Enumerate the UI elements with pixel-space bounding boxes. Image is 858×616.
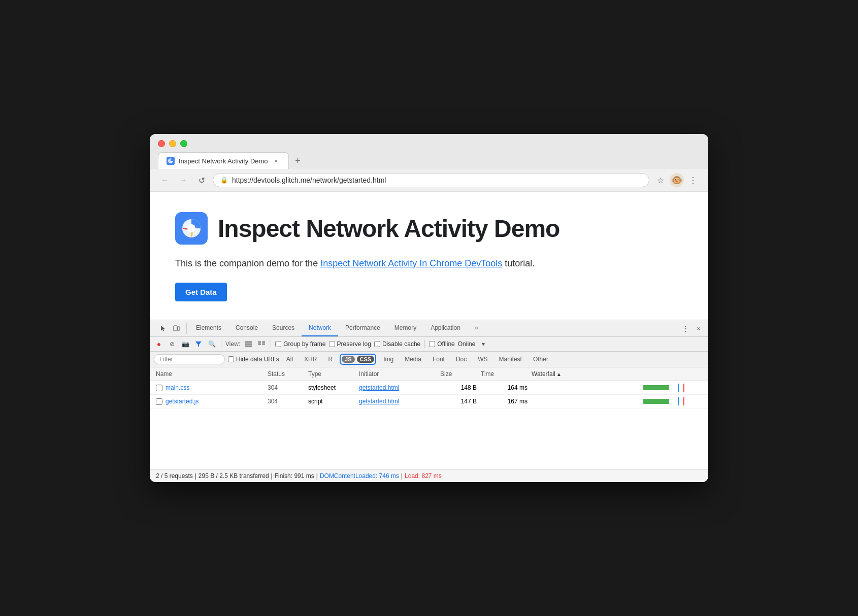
address-input[interactable]: 🔒 https://devtools.glitch.me/network/get… xyxy=(213,173,649,187)
devtools-icons xyxy=(154,323,187,334)
preserve-log-toggle[interactable]: Preserve log xyxy=(329,340,371,348)
filter-img-button[interactable]: Img xyxy=(379,355,398,364)
network-table: Name Status Type Initiator Size Time Wat… xyxy=(150,367,708,469)
forward-button[interactable]: → xyxy=(176,173,190,187)
active-tab[interactable]: Inspect Network Activity Demo × xyxy=(158,152,289,169)
more-options-button[interactable]: ⋮ xyxy=(686,173,700,187)
filter-ws-button[interactable]: WS xyxy=(474,355,491,364)
header-waterfall[interactable]: Waterfall ▲ xyxy=(530,369,704,379)
toolbar-divider-3 xyxy=(424,340,425,348)
profile-avatar[interactable]: 🐵 xyxy=(670,173,684,187)
table-row[interactable]: getstarted.js 304 script getstarted.html… xyxy=(150,395,708,408)
group-by-frame-checkbox[interactable] xyxy=(275,341,281,347)
type-cell: stylesheet xyxy=(306,383,357,392)
header-name[interactable]: Name xyxy=(154,369,266,379)
filter-r-button[interactable]: R xyxy=(324,355,337,364)
page-title: Inspect Network Activity Demo xyxy=(218,215,559,243)
tab-elements[interactable]: Elements xyxy=(189,320,228,336)
filter-other-button[interactable]: Other xyxy=(529,355,552,364)
record-button[interactable]: ● xyxy=(154,339,164,349)
filter-row: Hide data URLs All XHR R JS CSS Img Medi… xyxy=(150,352,708,367)
description-after: tutorial. xyxy=(505,258,535,268)
row-checkbox[interactable] xyxy=(156,398,162,405)
svg-rect-9 xyxy=(262,341,265,343)
online-label: Online xyxy=(458,340,476,348)
transferred-text: 295 B / 2.5 KB transferred xyxy=(199,472,269,480)
header-status[interactable]: Status xyxy=(266,369,306,379)
filter-js-button[interactable]: JS xyxy=(342,356,354,363)
table-row[interactable]: main.css 304 stylesheet getstarted.html … xyxy=(150,381,708,395)
filter-button[interactable] xyxy=(193,339,204,349)
devtools-link[interactable]: Inspect Network Activity In Chrome DevTo… xyxy=(320,258,502,268)
network-toolbar: ● ⊘ 📷 🔍 View: Group by frame Preserv xyxy=(150,337,708,352)
tab-console[interactable]: Console xyxy=(228,320,265,336)
initiator-cell: getstarted.html xyxy=(357,397,438,406)
status-cell: 304 xyxy=(266,383,306,392)
offline-toggle[interactable]: Offline xyxy=(429,340,454,348)
tab-sources[interactable]: Sources xyxy=(265,320,302,336)
preserve-log-checkbox[interactable] xyxy=(329,341,335,347)
filter-font-button[interactable]: Font xyxy=(428,355,449,364)
devtools-more-icon[interactable]: ⋮ xyxy=(680,323,691,334)
detail-view-button[interactable] xyxy=(256,339,267,349)
header-time[interactable]: Time xyxy=(479,369,530,379)
maximize-button[interactable] xyxy=(180,140,187,147)
filter-xhr-button[interactable]: XHR xyxy=(300,355,321,364)
devtools-panel: Elements Console Sources Network Perform… xyxy=(150,320,708,482)
initiator-cell: getstarted.html xyxy=(357,383,438,392)
type-filter-highlight-box: JS CSS xyxy=(340,354,376,365)
filter-css-button[interactable]: CSS xyxy=(357,356,375,363)
initiator-link[interactable]: getstarted.html xyxy=(359,398,399,405)
tab-application[interactable]: Application xyxy=(423,320,468,336)
tab-favicon xyxy=(167,157,175,165)
back-button[interactable]: ← xyxy=(158,173,172,187)
filter-all-button[interactable]: All xyxy=(282,355,297,364)
bookmark-button[interactable]: ☆ xyxy=(653,173,668,187)
list-view-button[interactable] xyxy=(243,339,253,349)
group-by-frame-toggle[interactable]: Group by frame xyxy=(275,340,325,348)
get-data-button[interactable]: Get Data xyxy=(175,283,227,301)
empty-rows xyxy=(150,408,708,469)
hide-data-urls-toggle[interactable]: Hide data URLs xyxy=(228,356,279,363)
new-tab-button[interactable]: + xyxy=(291,154,305,168)
devtools-close-icon[interactable]: × xyxy=(693,323,704,334)
size-cell: 147 B xyxy=(438,397,479,406)
device-icon[interactable] xyxy=(171,323,182,334)
reload-button[interactable]: ↺ xyxy=(194,173,209,187)
tab-network[interactable]: Network xyxy=(302,320,338,336)
search-button[interactable]: 🔍 xyxy=(207,339,217,349)
finish-text: Finish: 991 ms xyxy=(275,472,314,480)
tab-close-button[interactable]: × xyxy=(272,157,280,165)
tab-memory[interactable]: Memory xyxy=(387,320,423,336)
offline-checkbox[interactable] xyxy=(429,341,435,347)
tabs-row: Inspect Network Activity Demo × + xyxy=(158,152,700,169)
dom-content-loaded-link[interactable]: DOMContentLoaded: 746 ms xyxy=(320,472,399,480)
file-link[interactable]: getstarted.js xyxy=(166,398,199,405)
disable-cache-checkbox[interactable] xyxy=(374,341,380,347)
block-requests-button[interactable]: ⊘ xyxy=(167,339,177,349)
minimize-button[interactable] xyxy=(169,140,176,147)
svg-rect-11 xyxy=(262,344,265,345)
address-actions: ☆ 🐵 ⋮ xyxy=(653,173,700,187)
svg-rect-8 xyxy=(258,341,261,343)
disable-cache-toggle[interactable]: Disable cache xyxy=(374,340,420,348)
hide-data-urls-checkbox[interactable] xyxy=(228,356,234,362)
close-button[interactable] xyxy=(158,140,165,147)
tab-more[interactable]: » xyxy=(468,320,485,336)
initiator-link[interactable]: getstarted.html xyxy=(359,384,399,391)
filter-doc-button[interactable]: Doc xyxy=(452,355,471,364)
header-size[interactable]: Size xyxy=(438,369,479,379)
tab-performance[interactable]: Performance xyxy=(338,320,387,336)
header-type[interactable]: Type xyxy=(306,369,357,379)
svg-rect-6 xyxy=(245,344,252,345)
file-link[interactable]: main.css xyxy=(166,384,189,391)
header-initiator[interactable]: Initiator xyxy=(357,369,438,379)
filter-input[interactable] xyxy=(154,354,225,364)
filter-manifest-button[interactable]: Manifest xyxy=(495,355,526,364)
cursor-icon[interactable] xyxy=(158,323,169,334)
screenshot-button[interactable]: 📷 xyxy=(180,339,190,349)
throttle-dropdown[interactable]: ▾ xyxy=(478,339,488,349)
row-checkbox[interactable] xyxy=(156,385,162,391)
load-link[interactable]: Load: 827 ms xyxy=(405,472,442,480)
filter-media-button[interactable]: Media xyxy=(401,355,425,364)
